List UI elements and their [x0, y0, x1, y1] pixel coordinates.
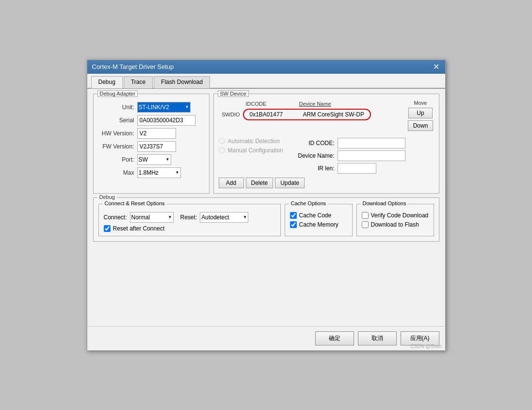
swdio-label: SWDIO: [219, 112, 240, 117]
reset-select[interactable]: Autodetect ▼: [200, 212, 248, 223]
id-code-input[interactable]: [338, 138, 405, 148]
connect-value: Normal: [131, 214, 150, 221]
max-value: 1.8MHz: [139, 169, 159, 176]
reset-after-connect-label: Reset after Connect: [113, 225, 165, 232]
manual-config-label: Manual Configuration: [228, 147, 283, 154]
main-content: Debug Adapter Unit: ST-LINK/V2 ▼: [87, 89, 445, 326]
cancel-button[interactable]: 取消: [358, 331, 397, 345]
auto-detect-row: Automatic Detection: [219, 138, 283, 145]
ir-len-label: IR len:: [296, 165, 335, 172]
hw-version-input[interactable]: [137, 128, 176, 139]
cache-options-legend: Cache Options: [289, 200, 328, 206]
port-value: SW: [139, 156, 148, 163]
detection-section: Automatic Detection Manual Configuration: [219, 138, 434, 188]
serial-row: Serial: [98, 115, 204, 126]
debug-adapter-group: Debug Adapter Unit: ST-LINK/V2 ▼: [93, 94, 210, 194]
auto-detect-radio[interactable]: [219, 138, 225, 144]
device-name-header: Device Name: [296, 100, 334, 108]
device-name-field-label: Device Name:: [296, 152, 335, 159]
add-del-update-row: Add Delete Update: [219, 178, 434, 188]
unit-select[interactable]: ST-LINK/V2 ▼: [137, 102, 191, 113]
connect-reset-legend: Connect & Reset Options: [103, 200, 167, 206]
connect-row: Connect: Normal ▼ Reset: Autodetect ▼: [104, 212, 275, 223]
main-window: Cortex-M Target Driver Setup ✕ Debug Tra…: [87, 60, 446, 351]
verify-code-row: Verify Code Download: [362, 212, 429, 219]
download-flash-row: Download to Flash: [362, 221, 429, 228]
cache-memory-label: Cache Memory: [299, 221, 339, 228]
device-name-row: Device Name:: [296, 150, 405, 161]
move-label: Move: [414, 100, 427, 106]
cache-options-group: Cache Options Cache Code: [285, 204, 353, 236]
max-row: Max 1.8MHz ▼: [98, 167, 204, 178]
tab-bar: Debug Trace Flash Download: [87, 74, 445, 89]
reset-after-connect-row: Reset after Connect: [104, 225, 275, 232]
tab-trace[interactable]: Trace: [124, 76, 153, 88]
debug-inner: Connect & Reset Options Connect: Normal …: [98, 204, 434, 236]
idcode-header: IDCODE: [243, 100, 296, 108]
cache-code-checkbox[interactable]: [290, 212, 297, 219]
connect-reset-group: Connect & Reset Options Connect: Normal …: [98, 204, 281, 236]
update-button[interactable]: Update: [275, 178, 305, 188]
unit-dropdown-arrow: ▼: [183, 105, 189, 109]
manual-config-row: Manual Configuration: [219, 147, 283, 154]
reset-value: Autodetect: [201, 214, 229, 221]
id-code-field-label: ID CODE:: [296, 140, 335, 147]
id-code-row: ID CODE:: [296, 138, 405, 148]
sw-device-group: SW Device IDCODE Device Name: [213, 94, 439, 194]
down-button[interactable]: Down: [408, 120, 434, 131]
tab-flash-download[interactable]: Flash Download: [154, 76, 210, 88]
max-select[interactable]: 1.8MHz ▼: [137, 167, 181, 178]
tab-debug[interactable]: Debug: [91, 76, 123, 88]
reset-dropdown-arrow: ▼: [241, 215, 247, 219]
download-flash-label: Download to Flash: [371, 221, 419, 228]
sw-device-legend: SW Device: [218, 90, 249, 97]
download-options-group: Download Options Verify Code Download: [356, 204, 434, 236]
ir-len-input[interactable]: [338, 163, 376, 174]
verify-code-checkbox[interactable]: [362, 212, 369, 219]
device-row-highlight: 0x1BA01477 ARM CoreSight SW-DP: [243, 109, 371, 120]
unit-value: ST-LINK/V2: [139, 104, 169, 111]
connect-label: Connect:: [104, 214, 127, 221]
add-button[interactable]: Add: [219, 178, 244, 188]
reset-after-connect-checkbox[interactable]: [104, 225, 111, 232]
debug-section-legend: Debug: [97, 194, 117, 200]
window-title: Cortex-M Target Driver Setup: [92, 63, 174, 70]
cache-memory-checkbox[interactable]: [290, 221, 297, 228]
delete-button[interactable]: Delete: [246, 178, 274, 188]
port-select[interactable]: SW ▼: [137, 154, 171, 165]
manual-config-radio[interactable]: [219, 147, 225, 153]
serial-input[interactable]: [137, 115, 195, 126]
reset-label: Reset:: [180, 214, 197, 221]
serial-label: Serial: [98, 117, 137, 124]
unit-label: Unit:: [98, 104, 137, 111]
fw-version-input[interactable]: [137, 141, 176, 152]
port-dropdown-arrow: ▼: [164, 157, 170, 162]
max-label: Max: [98, 169, 137, 176]
cache-code-row: Cache Code: [290, 212, 347, 219]
fw-version-row: FW Version:: [98, 141, 204, 152]
device-name: ARM CoreSight SW-DP: [303, 111, 364, 118]
hw-version-row: HW Version:: [98, 128, 204, 139]
close-button[interactable]: ✕: [432, 63, 440, 71]
debug-section: Debug Connect & Reset Options Connect: N…: [93, 197, 439, 242]
title-bar: Cortex-M Target Driver Setup ✕: [87, 60, 445, 74]
port-row: Port: SW ▼: [98, 154, 204, 165]
auto-detect-label: Automatic Detection: [228, 138, 280, 145]
port-label: Port:: [98, 156, 137, 163]
watermark: CSDN @Svan: [410, 344, 441, 349]
fw-version-label: FW Version:: [98, 143, 137, 150]
max-dropdown-arrow: ▼: [174, 170, 179, 175]
connect-select[interactable]: Normal ▼: [130, 212, 174, 223]
up-button[interactable]: Up: [408, 108, 433, 118]
bottom-buttons: 确定 取消 应用(A): [87, 326, 445, 350]
debug-adapter-legend: Debug Adapter: [97, 90, 138, 97]
connect-dropdown-arrow: ▼: [166, 215, 172, 219]
cache-memory-row: Cache Memory: [290, 221, 347, 228]
spacer: [93, 246, 439, 321]
device-idcode: 0x1BA01477: [250, 111, 293, 118]
download-options-legend: Download Options: [361, 200, 408, 206]
device-name-input[interactable]: [338, 150, 405, 161]
download-flash-checkbox[interactable]: [362, 221, 369, 228]
ok-button[interactable]: 确定: [315, 331, 354, 345]
hw-version-label: HW Version:: [98, 130, 137, 137]
